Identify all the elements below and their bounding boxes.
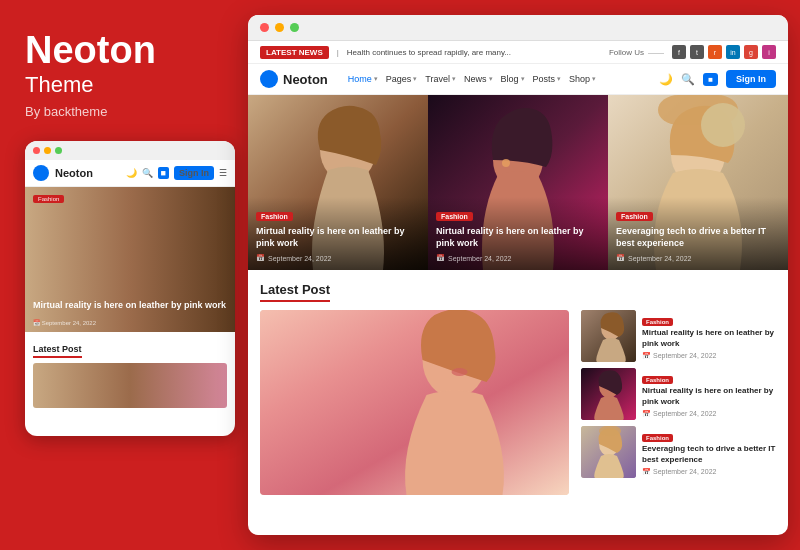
sidebar-post-3-date: 📅 September 24, 2022 xyxy=(642,468,776,476)
calendar-icon: 📅 xyxy=(642,468,651,476)
linkedin-icon[interactable]: in xyxy=(726,45,740,59)
mobile-nav: Neoton 🌙 🔍 ■ Sign In ☰ xyxy=(25,160,235,187)
mobile-hero: Fashion Mirtual reality is here on leath… xyxy=(25,187,235,332)
sidebar-post-3-content: Fashion Eeveraging tech to drive a bette… xyxy=(642,426,776,476)
mobile-nav-icons: 🌙 🔍 ■ Sign In ☰ xyxy=(126,166,227,180)
hero-card-1-badge: Fashion xyxy=(256,212,293,221)
calendar-icon: 📅 xyxy=(642,410,651,418)
sidebar-thumb-svg-3 xyxy=(581,426,636,478)
sidebar-post-thumb-1 xyxy=(581,310,636,362)
calendar-icon: 📅 xyxy=(256,254,265,262)
bookmark-icon: ■ xyxy=(158,167,169,179)
svg-rect-18 xyxy=(599,426,621,436)
mobile-dots xyxy=(25,141,235,160)
chevron-down-icon: ▾ xyxy=(521,75,525,83)
nav-item-shop[interactable]: Shop ▾ xyxy=(569,74,596,84)
calendar-icon: 📅 xyxy=(33,320,40,326)
search-icon[interactable]: 🔍 xyxy=(681,73,695,86)
mobile-latest-post: Latest Post xyxy=(25,332,235,414)
chevron-down-icon: ▾ xyxy=(557,75,561,83)
hero-card-2-title: Nirtual reality is here on leather by pi… xyxy=(436,225,600,250)
left-panel: Neoton Theme By backtheme Neoton 🌙 🔍 ■ S… xyxy=(0,0,245,550)
mobile-dot-green xyxy=(55,147,62,154)
instagram-icon[interactable]: i xyxy=(762,45,776,59)
moon-icon: 🌙 xyxy=(126,168,137,178)
chevron-down-icon: ▾ xyxy=(489,75,493,83)
latest-main-svg xyxy=(260,310,569,495)
chevron-down-icon: ▾ xyxy=(592,75,596,83)
hamburger-icon[interactable]: ☰ xyxy=(219,168,227,178)
hero-card-1[interactable]: Fashion Mirtual reality is here on leath… xyxy=(248,95,428,270)
latest-news-badge: LATEST NEWS xyxy=(260,46,329,59)
calendar-icon: 📅 xyxy=(436,254,445,262)
mobile-sign-in-button[interactable]: Sign In xyxy=(174,166,214,180)
chevron-down-icon: ▾ xyxy=(413,75,417,83)
mobile-hero-date: 📅 September 24, 2022 xyxy=(33,319,96,326)
nav-item-pages[interactable]: Pages ▾ xyxy=(386,74,418,84)
nav-item-posts[interactable]: Posts ▾ xyxy=(533,74,562,84)
sidebar-post-2-title: Nirtual reality is here on leather by pi… xyxy=(642,386,776,408)
chevron-down-icon: ▾ xyxy=(452,75,456,83)
svg-point-4 xyxy=(502,159,510,167)
google-icon[interactable]: g xyxy=(744,45,758,59)
nav-item-blog[interactable]: Blog ▾ xyxy=(501,74,525,84)
svg-point-11 xyxy=(452,368,468,376)
news-bar: LATEST NEWS | Health continues to spread… xyxy=(248,41,788,64)
social-icons: f t r in g i xyxy=(672,45,776,59)
sidebar-post-3[interactable]: Fashion Eeveraging tech to drive a bette… xyxy=(581,426,776,478)
news-ticker: Health continues to spread rapidly, are … xyxy=(347,48,601,57)
sidebar-post-thumb-3 xyxy=(581,426,636,478)
hero-card-3[interactable]: Fashion Eeveraging tech to drive a bette… xyxy=(608,95,788,270)
hero-card-1-title: Mirtual reality is here on leather by pi… xyxy=(256,225,420,250)
sidebar-post-2[interactable]: Fashion Nirtual reality is here on leath… xyxy=(581,368,776,420)
mobile-dot-red xyxy=(33,147,40,154)
calendar-icon: 📅 xyxy=(616,254,625,262)
chevron-down-icon: ▾ xyxy=(374,75,378,83)
sidebar-post-3-title: Eeveraging tech to drive a better IT bes… xyxy=(642,444,776,466)
latest-sidebar: Fashion Mirtual reality is here on leath… xyxy=(581,310,776,495)
moon-icon[interactable]: 🌙 xyxy=(659,73,673,86)
sidebar-post-3-badge: Fashion xyxy=(642,434,673,442)
sidebar-post-1-date: 📅 September 24, 2022 xyxy=(642,352,776,360)
bookmark-nav-icon[interactable]: ■ xyxy=(703,73,718,86)
hero-card-3-overlay: Fashion Eeveraging tech to drive a bette… xyxy=(608,197,788,270)
latest-content: Fashion Mirtual reality is here on leath… xyxy=(260,310,776,495)
twitter-icon[interactable]: t xyxy=(690,45,704,59)
mobile-hero-title: Mirtual reality is here on leather by pi… xyxy=(33,300,227,312)
hero-card-3-title: Eeveraging tech to drive a better IT bes… xyxy=(616,225,780,250)
search-icon: 🔍 xyxy=(142,168,153,178)
sidebar-post-thumb-2 xyxy=(581,368,636,420)
calendar-icon: 📅 xyxy=(642,352,651,360)
browser-dot-yellow[interactable] xyxy=(275,23,284,32)
nav-right: 🌙 🔍 ■ Sign In xyxy=(659,70,776,88)
hero-card-2-badge: Fashion xyxy=(436,212,473,221)
browser-dot-green[interactable] xyxy=(290,23,299,32)
brand-title: Neoton xyxy=(25,30,220,72)
sidebar-thumb-svg-2 xyxy=(581,368,636,420)
sidebar-post-2-badge: Fashion xyxy=(642,376,673,384)
nav-item-home[interactable]: Home ▾ xyxy=(348,74,378,84)
main-nav: Neoton Home ▾ Pages ▾ Travel ▾ News ▾ Bl… xyxy=(248,64,788,95)
facebook-icon[interactable]: f xyxy=(672,45,686,59)
rss-icon[interactable]: r xyxy=(708,45,722,59)
sidebar-post-2-date: 📅 September 24, 2022 xyxy=(642,410,776,418)
hero-card-3-date: 📅 September 24, 2022 xyxy=(616,254,780,262)
browser-dot-red[interactable] xyxy=(260,23,269,32)
svg-point-8 xyxy=(701,103,745,147)
mobile-fashion-badge: Fashion xyxy=(33,195,64,203)
browser-panel: LATEST NEWS | Health continues to spread… xyxy=(248,15,788,535)
hero-card-2-date: 📅 September 24, 2022 xyxy=(436,254,600,262)
latest-main-image[interactable] xyxy=(260,310,569,495)
sidebar-post-1[interactable]: Fashion Mirtual reality is here on leath… xyxy=(581,310,776,362)
hero-card-2[interactable]: Fashion Nirtual reality is here on leath… xyxy=(428,95,608,270)
nav-item-travel[interactable]: Travel ▾ xyxy=(425,74,456,84)
follow-us-label: Follow Us —— xyxy=(609,48,664,57)
sign-in-button[interactable]: Sign In xyxy=(726,70,776,88)
nav-logo[interactable]: Neoton xyxy=(260,70,328,88)
brand-subtitle: Theme xyxy=(25,72,220,98)
hero-card-2-overlay: Fashion Nirtual reality is here on leath… xyxy=(428,197,608,270)
latest-post-section: Latest Post xyxy=(248,270,788,505)
mobile-latest-post-title: Latest Post xyxy=(33,344,82,358)
nav-item-news[interactable]: News ▾ xyxy=(464,74,493,84)
sidebar-post-1-title: Mirtual reality is here on leather by pi… xyxy=(642,328,776,350)
